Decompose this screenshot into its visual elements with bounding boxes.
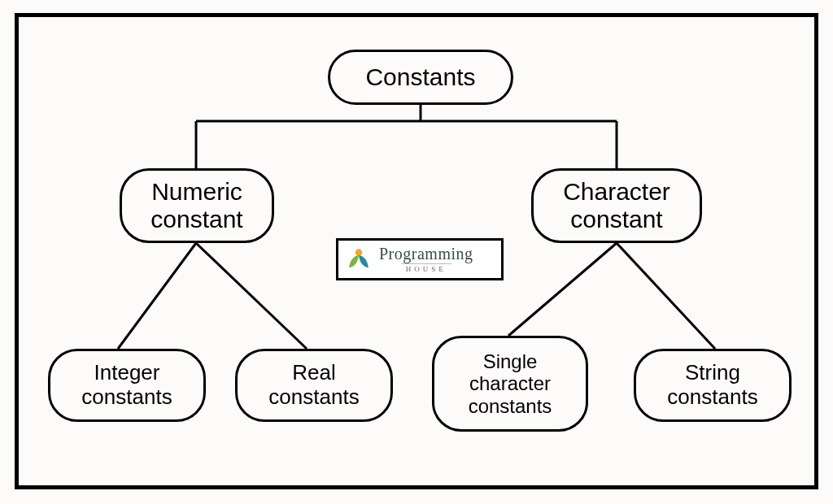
node-string-constants: Stringconstants bbox=[634, 349, 792, 422]
node-label: Singlecharacterconstants bbox=[469, 350, 552, 418]
node-numeric-constant: Numericconstant bbox=[120, 168, 274, 243]
node-single-character-constants: Singlecharacterconstants bbox=[432, 336, 588, 432]
logo-main-text: Programming bbox=[379, 245, 473, 262]
svg-line-4 bbox=[118, 243, 196, 349]
leaf-sun-icon bbox=[345, 245, 373, 273]
svg-line-5 bbox=[196, 243, 307, 349]
svg-line-6 bbox=[508, 243, 617, 336]
node-label: Constants bbox=[365, 63, 475, 92]
logo-sub-text: HOUSE bbox=[401, 263, 451, 273]
node-label: Realconstants bbox=[268, 361, 359, 410]
node-character-constant: Characterconstant bbox=[531, 168, 702, 243]
node-label: Characterconstant bbox=[563, 178, 670, 234]
node-label: Integerconstants bbox=[81, 361, 172, 410]
node-label: Stringconstants bbox=[667, 361, 757, 410]
node-integer-constants: Integerconstants bbox=[48, 349, 206, 422]
node-constants: Constants bbox=[328, 50, 513, 105]
logo-programming-house: Programming HOUSE bbox=[336, 238, 504, 280]
svg-line-7 bbox=[617, 243, 715, 349]
diagram-frame: Constants Numericconstant Characterconst… bbox=[15, 13, 818, 489]
node-label: Numericconstant bbox=[150, 178, 242, 234]
svg-point-8 bbox=[355, 249, 363, 256]
node-real-constants: Realconstants bbox=[235, 349, 393, 422]
